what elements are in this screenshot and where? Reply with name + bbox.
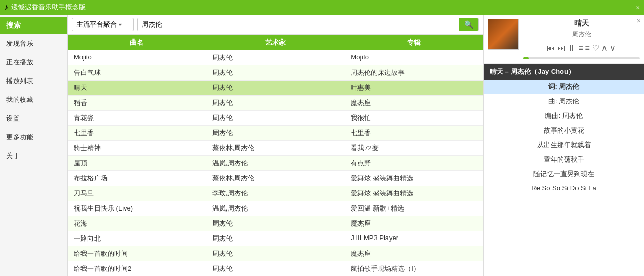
table-row[interactable]: 花海 周杰伦 魔杰座 bbox=[68, 216, 483, 231]
menu-icon[interactable]: ≡ bbox=[578, 44, 583, 53]
table-row[interactable]: 布拉格广场 蔡依林,周杰伦 爱舞炫 盛装舞曲精选 bbox=[68, 171, 483, 186]
play-pause-button[interactable]: ⏸ bbox=[568, 44, 576, 53]
cell-album: 看我72变 bbox=[344, 141, 483, 155]
lyric-line[interactable]: Re So So Si Do Si La bbox=[484, 181, 644, 194]
progress-track[interactable] bbox=[523, 57, 640, 59]
table-row[interactable]: 七里香 周杰伦 七里香 bbox=[68, 126, 483, 141]
cell-album: 叶惠美 bbox=[344, 81, 483, 95]
cell-name: 一路向北 bbox=[68, 231, 206, 246]
search-input[interactable] bbox=[138, 18, 459, 31]
cell-name: 告白气球 bbox=[68, 65, 206, 80]
lyric-line[interactable]: 随记忆一直晃到现在 bbox=[484, 167, 644, 181]
close-panel-button[interactable]: × bbox=[637, 17, 641, 25]
lyric-line[interactable]: 从出生那年就飘着 bbox=[484, 138, 644, 152]
table-row[interactable]: 青花瓷 周杰伦 我很忙 bbox=[68, 111, 483, 126]
cell-name: 给我一首歌的时间 bbox=[68, 246, 206, 261]
table-row[interactable]: 刀马旦 李玟,周杰伦 爱舞炫 盛装舞曲精选 bbox=[68, 186, 483, 201]
cell-artist: 蔡依林,周杰伦 bbox=[206, 171, 345, 186]
platform-label: 主流平台聚合 bbox=[76, 20, 117, 29]
chevron-down-icon: ▾ bbox=[119, 22, 122, 28]
right-panel: 晴天 周杰伦 ⏮ ⏭ ⏸ ≡ ≡ ♡ ∧ ∨ × bbox=[483, 15, 644, 276]
player-info: 晴天 周杰伦 ⏮ ⏭ ⏸ ≡ ≡ ♡ ∧ ∨ bbox=[519, 19, 640, 59]
cell-album: 爱舞炫 盛装舞曲精选 bbox=[344, 186, 483, 201]
cell-album: 七里香 bbox=[344, 126, 483, 140]
cell-album: 航拍歌手现场精选（I） bbox=[344, 261, 483, 276]
sidebar-item-playlist[interactable]: 播放列表 bbox=[0, 72, 67, 90]
lyric-line[interactable]: 故事的小黄花 bbox=[484, 123, 644, 138]
search-input-container: 🔍 bbox=[137, 18, 479, 31]
cell-name: 七里香 bbox=[68, 126, 206, 140]
close-button[interactable]: × bbox=[636, 4, 640, 11]
table-row[interactable]: 骑士精神 蔡依林,周杰伦 看我72变 bbox=[68, 141, 483, 156]
song-info-banner: 晴天 – 周杰伦（Jay Chou） bbox=[484, 64, 644, 80]
sidebar-item-playing[interactable]: 正在播放 bbox=[0, 53, 67, 72]
search-button[interactable]: 🔍 bbox=[459, 18, 478, 31]
scroll-down-button[interactable]: ∨ bbox=[610, 43, 616, 53]
col-header-name: 曲名 bbox=[68, 35, 206, 50]
scroll-up-button[interactable]: ∧ bbox=[601, 43, 608, 53]
table-body: Mojito 周杰伦 Mojito 告白气球 周杰伦 周杰伦的床边故事 晴天 周… bbox=[68, 50, 483, 276]
prev-step-button[interactable]: ⏭ bbox=[557, 44, 566, 53]
sidebar-item-favorites[interactable]: 我的收藏 bbox=[0, 90, 67, 109]
prev-button[interactable]: ⏮ bbox=[547, 44, 555, 53]
cell-album: 爱舞炫 盛装舞曲精选 bbox=[344, 171, 483, 186]
sidebar: 搜索 发现音乐 正在播放 播放列表 我的收藏 设置 更多功能 关于 bbox=[0, 15, 68, 276]
cell-artist: 温岚,周杰伦 bbox=[206, 201, 345, 216]
cell-name: 晴天 bbox=[68, 81, 206, 95]
cell-album: 周杰伦的床边故事 bbox=[344, 65, 483, 80]
mini-player: 晴天 周杰伦 ⏮ ⏭ ⏸ ≡ ≡ ♡ ∧ ∨ × bbox=[484, 15, 644, 64]
platform-selector[interactable]: 主流平台聚合 ▾ bbox=[72, 18, 134, 31]
sidebar-item-settings[interactable]: 设置 bbox=[0, 109, 67, 128]
table-header: 曲名 艺术家 专辑 bbox=[68, 35, 483, 50]
heart-icon[interactable]: ♡ bbox=[592, 43, 599, 53]
cell-album: 爱回温 新歌+精选 bbox=[344, 201, 483, 216]
cell-artist: 周杰伦 bbox=[206, 126, 345, 140]
cell-artist: 周杰伦 bbox=[206, 246, 345, 261]
cell-artist: 周杰伦 bbox=[206, 65, 345, 80]
table-row[interactable]: 稻香 周杰伦 魔杰座 bbox=[68, 96, 483, 111]
cell-name: 屋顶 bbox=[68, 156, 206, 170]
cell-album: 魔杰座 bbox=[344, 96, 483, 110]
cell-album: 魔杰座 bbox=[344, 246, 483, 261]
table-row[interactable]: 屋顶 温岚,周杰伦 有点野 bbox=[68, 156, 483, 171]
cell-name: 给我一首歌的时间2 bbox=[68, 261, 206, 276]
table-row[interactable]: Mojito 周杰伦 Mojito bbox=[68, 50, 483, 65]
table-row[interactable]: 晴天 周杰伦 叶惠美 bbox=[68, 81, 483, 96]
repeat-icon[interactable]: ≡ bbox=[585, 44, 590, 53]
cell-artist: 周杰伦 bbox=[206, 50, 345, 65]
cell-artist: 蔡依林,周杰伦 bbox=[206, 141, 345, 155]
cell-name: 骑士精神 bbox=[68, 141, 206, 155]
main-container: 搜索 发现音乐 正在播放 播放列表 我的收藏 设置 更多功能 关于 主流平台聚合… bbox=[0, 15, 644, 276]
minimize-button[interactable]: — bbox=[623, 4, 629, 11]
cell-name: 花海 bbox=[68, 216, 206, 231]
cell-name: 布拉格广场 bbox=[68, 171, 206, 186]
cell-name: 刀马旦 bbox=[68, 186, 206, 201]
cell-artist: 李玟,周杰伦 bbox=[206, 186, 345, 201]
window-controls: — × bbox=[623, 4, 640, 11]
app-title: 遗憾迟香音乐助手概念版 bbox=[11, 3, 623, 12]
table-row[interactable]: 祝我生日快乐 (Live) 温岚,周杰伦 爱回温 新歌+精选 bbox=[68, 201, 483, 216]
sidebar-item-about[interactable]: 关于 bbox=[0, 147, 67, 165]
cell-album: 魔杰座 bbox=[344, 216, 483, 231]
table-row[interactable]: 给我一首歌的时间 周杰伦 魔杰座 bbox=[68, 246, 483, 261]
player-artist: 周杰伦 bbox=[523, 30, 640, 39]
cell-artist: 周杰伦 bbox=[206, 111, 345, 125]
cell-artist: 周杰伦 bbox=[206, 96, 345, 110]
table-row[interactable]: 告白气球 周杰伦 周杰伦的床边故事 bbox=[68, 65, 483, 81]
lyric-line[interactable]: 词: 周杰伦 bbox=[484, 80, 644, 94]
cell-album: J III MP3 Player bbox=[344, 231, 483, 246]
lyric-line[interactable]: 曲: 周杰伦 bbox=[484, 94, 644, 109]
sidebar-item-discover[interactable]: 发现音乐 bbox=[0, 34, 67, 53]
table-row[interactable]: 给我一首歌的时间2 周杰伦 航拍歌手现场精选（I） bbox=[68, 261, 483, 276]
cell-name: Mojito bbox=[68, 50, 206, 65]
cell-album: Mojito bbox=[344, 50, 483, 65]
table-row[interactable]: 一路向北 周杰伦 J III MP3 Player bbox=[68, 231, 483, 246]
lyrics-area: 词: 周杰伦曲: 周杰伦编曲: 周杰伦故事的小黄花从出生那年就飘着童年的荡秋千随… bbox=[484, 80, 644, 276]
search-bar: 主流平台聚合 ▾ 🔍 bbox=[68, 15, 483, 35]
player-song-title: 晴天 bbox=[523, 19, 640, 28]
lyric-line[interactable]: 童年的荡秋千 bbox=[484, 152, 644, 167]
sidebar-item-search[interactable]: 搜索 bbox=[0, 17, 67, 34]
app-icon: ♪ bbox=[4, 3, 8, 12]
sidebar-item-more[interactable]: 更多功能 bbox=[0, 128, 67, 147]
lyric-line[interactable]: 编曲: 周杰伦 bbox=[484, 109, 644, 123]
